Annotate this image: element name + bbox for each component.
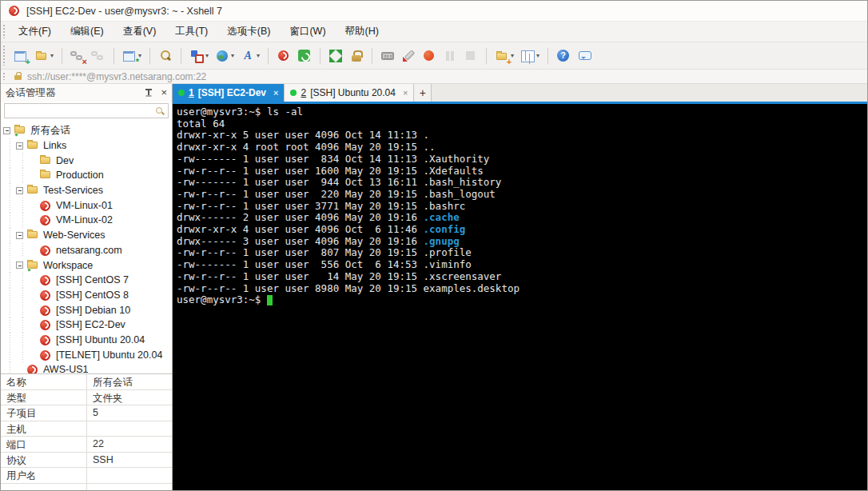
- dropdown-caret-icon[interactable]: ▾: [257, 52, 260, 59]
- folder-icon: [26, 184, 39, 197]
- tree-item[interactable]: netsarang.com: [1, 243, 172, 258]
- layout-button[interactable]: ▾: [519, 47, 541, 65]
- collapse-icon[interactable]: [3, 127, 10, 134]
- session-properties-button[interactable]: *▾: [121, 47, 143, 65]
- font-button[interactable]: A▾: [239, 47, 261, 65]
- compose-button[interactable]: [400, 47, 417, 65]
- terminal-line: -rw-r--r-- 1 user user 807 May 20 19:15 …: [177, 247, 867, 259]
- new-tab-button[interactable]: +: [414, 84, 432, 102]
- open-url-button[interactable]: ▾: [213, 47, 236, 65]
- menu-item[interactable]: 文件(F): [9, 22, 61, 41]
- session-icon: [39, 304, 52, 317]
- record-button[interactable]: [420, 47, 438, 65]
- close-panel-icon[interactable]: ×: [161, 88, 167, 98]
- dropdown-caret-icon[interactable]: ▾: [231, 52, 234, 59]
- xshell-app-icon: [7, 4, 22, 18]
- session-tab[interactable]: 1[SSH] EC2-Dev×: [173, 84, 285, 102]
- tree-item[interactable]: [SSH] CentOS 7: [1, 273, 172, 288]
- terminal-line: total 64: [177, 118, 867, 130]
- new-session-button[interactable]: +: [12, 47, 30, 65]
- tree-item[interactable]: Dev: [1, 153, 172, 168]
- tree-item-label: Links: [43, 140, 66, 151]
- stop-button[interactable]: [462, 47, 480, 65]
- xshell-button[interactable]: [275, 47, 293, 65]
- tree-item[interactable]: Test-Services: [1, 183, 172, 198]
- session-search-input[interactable]: [5, 106, 155, 117]
- tree-item[interactable]: Links: [1, 138, 172, 154]
- pause-button[interactable]: [441, 47, 459, 65]
- address-bar[interactable]: ssh://user:****@mysvr3.netsarang.com:22: [1, 70, 867, 84]
- tab-number: 1: [189, 87, 194, 98]
- toolbar-separator: [62, 48, 62, 64]
- tree-item[interactable]: Workspace: [1, 257, 172, 273]
- tree-item[interactable]: [SSH] CentOS 8: [1, 288, 172, 303]
- dropdown-caret-icon[interactable]: ▾: [536, 52, 540, 59]
- session-search: [1, 102, 172, 121]
- tree-item[interactable]: 所有会话: [1, 123, 172, 138]
- property-value: [87, 468, 172, 483]
- toolbar-separator: [268, 48, 269, 64]
- xshell-window: [SSH] EC2-Dev - user@mysvr3: ~ - Xshell …: [0, 0, 868, 491]
- tree-item[interactable]: [SSH] Ubuntu 20.04: [1, 333, 172, 348]
- collapse-icon[interactable]: [16, 142, 23, 150]
- tree-item[interactable]: VM-Linux-01: [1, 198, 172, 213]
- xftp-button[interactable]: [296, 47, 313, 65]
- menu-item[interactable]: 工具(T): [165, 22, 217, 41]
- tree-item-label: Web-Services: [43, 230, 106, 241]
- disconnect-button[interactable]: ×: [69, 47, 86, 65]
- menu-item[interactable]: 查看(V): [113, 22, 166, 41]
- virtual-keyboard-icon: [380, 49, 395, 63]
- compose-icon: [401, 49, 416, 63]
- tree-item-label: Workspace: [43, 260, 93, 271]
- dropdown-caret-icon[interactable]: ▾: [50, 52, 54, 59]
- terminal-line: -rw-r--r-- 1 user user 220 May 20 19:15 …: [177, 189, 867, 201]
- fullscreen-button[interactable]: [327, 47, 344, 65]
- color-scheme-button[interactable]: ▾: [188, 47, 210, 65]
- terminal-cursor: [267, 295, 273, 305]
- session-icon: [39, 289, 52, 301]
- session-icon: [39, 214, 52, 226]
- tree-item[interactable]: Web-Services: [1, 228, 172, 243]
- session-icon: [39, 333, 52, 346]
- menu-item[interactable]: 窗口(W): [280, 22, 335, 41]
- collapse-icon[interactable]: [16, 232, 23, 239]
- dropdown-caret-icon[interactable]: ▾: [205, 52, 209, 59]
- folder-icon: [26, 139, 39, 152]
- terminal-line: drwxr-xr-x 4 root root 4096 May 20 19:15…: [177, 142, 867, 154]
- terminal-line: user@mysvr3:~$: [177, 294, 867, 306]
- tree-item[interactable]: AWS-US1: [1, 362, 172, 373]
- new-file-icon: +: [495, 49, 509, 63]
- close-tab-icon[interactable]: ×: [403, 88, 408, 98]
- tree-item[interactable]: Production: [1, 168, 172, 183]
- virtual-keyboard-button[interactable]: [379, 47, 396, 65]
- new-file-button[interactable]: +▾: [493, 47, 516, 65]
- tab-bar: 1[SSH] EC2-Dev×2[SSH] Ubuntu 20.04×+: [173, 84, 867, 102]
- session-tab[interactable]: 2[SSH] Ubuntu 20.04×: [285, 84, 414, 102]
- feedback-button[interactable]: [575, 47, 593, 65]
- reconnect-button[interactable]: [90, 47, 107, 65]
- terminal-line: -rw------- 1 user user 944 Oct 13 16:11 …: [177, 177, 867, 189]
- close-tab-icon[interactable]: ×: [273, 88, 278, 98]
- folder-icon: [26, 229, 39, 242]
- terminal-line: -rw------- 1 user user 556 Oct 6 14:53 .…: [177, 259, 867, 271]
- menu-item[interactable]: 选项卡(B): [217, 22, 280, 41]
- tree-item[interactable]: [TELNET] Ubuntu 20.04: [1, 347, 172, 362]
- help-icon: ?: [556, 49, 571, 63]
- property-value: 5: [87, 405, 172, 421]
- tree-item[interactable]: [SSH] EC2-Dev: [1, 317, 172, 333]
- session-manager-header: 会话管理器 ×: [1, 84, 172, 102]
- toolbar-separator: [372, 48, 372, 64]
- stop-icon: [464, 49, 478, 63]
- terminal[interactable]: user@mysvr3:~$ ls -altotal 64drwxr-xr-x …: [173, 104, 867, 490]
- help-button[interactable]: ?: [555, 47, 572, 65]
- pin-icon[interactable]: [145, 88, 153, 98]
- menu-item[interactable]: 帮助(H): [336, 22, 388, 41]
- collapse-icon[interactable]: [16, 261, 23, 269]
- find-button[interactable]: [157, 47, 174, 65]
- menu-item[interactable]: 编辑(E): [61, 22, 113, 41]
- tree-item[interactable]: VM-Linux-02: [1, 213, 172, 228]
- collapse-icon[interactable]: [16, 187, 23, 194]
- lock-screen-button[interactable]: [348, 47, 365, 65]
- open-session-button[interactable]: ▾: [33, 47, 55, 65]
- tree-item[interactable]: [SSH] Debian 10: [1, 302, 172, 317]
